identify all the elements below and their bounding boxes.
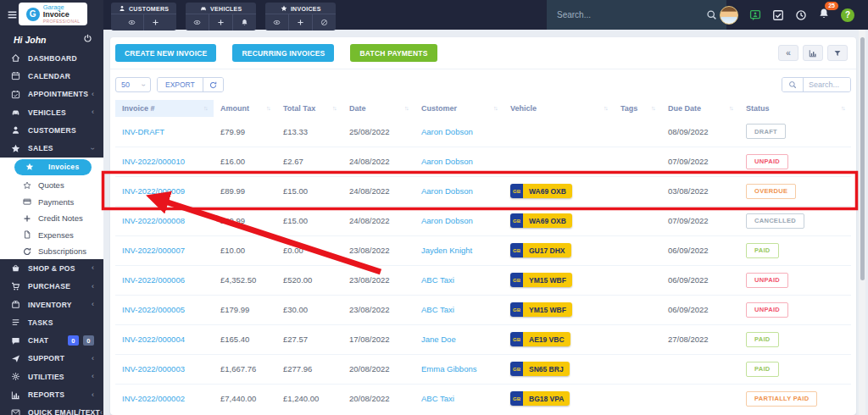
sidebar-item-calendar[interactable]: CALENDAR <box>0 67 103 85</box>
invoice-link[interactable]: INV-DRAFT <box>122 127 164 136</box>
customer-link[interactable]: Aaron Dobson <box>421 186 473 196</box>
customer-link[interactable]: Aaron Dobson <box>421 157 473 166</box>
chart-view-button[interactable] <box>803 45 823 61</box>
table-search-input[interactable] <box>804 78 850 91</box>
logout-power-icon[interactable] <box>83 34 92 43</box>
table-search-button[interactable] <box>782 78 804 91</box>
sidebar-item-appointments[interactable]: APPOINTMENTS‹ <box>0 86 103 103</box>
batch-payments-button[interactable]: BATCH PAYMENTS <box>350 44 437 62</box>
customer-link[interactable]: Aaron Dobson <box>421 127 473 136</box>
column-header-amount[interactable]: ↑↓Amount <box>214 100 276 117</box>
support-chat-icon[interactable] <box>749 9 761 21</box>
column-header-invoice[interactable]: ↑↓Invoice # <box>115 100 214 117</box>
refresh-button[interactable] <box>203 78 223 91</box>
customer-link[interactable]: Emma Gibbons <box>421 364 476 374</box>
sidebar-item-support[interactable]: SUPPORT‹ <box>0 350 103 368</box>
vehicle-plate[interactable]: GBWA69 OXB <box>510 213 572 228</box>
filter-icon <box>833 49 842 58</box>
chat-icon <box>11 336 20 346</box>
customer-link[interactable]: Aaron Dobson <box>421 216 473 225</box>
invoice-link[interactable]: INV-2022/000005 <box>122 305 185 314</box>
sidebar-item-utilities[interactable]: UTILITIES‹ <box>0 368 103 385</box>
sidebar-item-dashboard[interactable]: DASHBOARD <box>0 49 103 67</box>
export-button[interactable]: EXPORT <box>158 78 203 91</box>
sidebar-item-shop-pos[interactable]: SHOP & POS‹ <box>0 259 103 277</box>
sidebar-subitem-credit-notes[interactable]: Credit Notes <box>0 210 103 227</box>
customer-link[interactable]: ABC Taxi <box>421 275 454 285</box>
sidebar-item-inventory[interactable]: INVENTORY‹ <box>0 296 103 313</box>
scrollbar-thumb[interactable] <box>860 37 865 280</box>
due-date-cell: 06/09/2022 <box>661 295 739 324</box>
global-search-input[interactable] <box>547 10 706 19</box>
customer-link[interactable]: Jane Doe <box>421 335 456 344</box>
clock-icon[interactable] <box>795 9 807 21</box>
column-header-date[interactable]: ↑↓Date <box>342 100 415 117</box>
invoices-unpaid-button[interactable] <box>312 14 336 30</box>
customer-link[interactable]: ABC Taxi <box>421 394 454 403</box>
invoice-link[interactable]: INV-2022/000009 <box>122 186 185 196</box>
invoice-link[interactable]: INV-2022/000007 <box>122 246 185 255</box>
column-header-tags[interactable]: ↑↓Tags <box>614 100 661 117</box>
invoices-view-button[interactable] <box>265 14 288 30</box>
invoice-link[interactable]: INV-2022/000004 <box>122 335 185 344</box>
column-header-status[interactable]: ↑↓Status <box>739 100 851 117</box>
sidebar-item-chat[interactable]: CHAT00 <box>0 331 103 349</box>
invoice-link[interactable]: INV-2022/000010 <box>122 157 185 166</box>
column-header-customer[interactable]: ↑↓Customer <box>415 100 504 117</box>
sidebar-item-quick-email-text[interactable]: QUICK EMAIL/TEXT‹ <box>0 404 103 415</box>
vehicle-plate[interactable]: GBGU17 DHX <box>510 243 571 257</box>
customers-view-button[interactable] <box>120 14 143 30</box>
page-size-select[interactable]: 50 ‹ <box>115 77 151 92</box>
sidebar-item-sales[interactable]: SALES‹ <box>0 139 103 157</box>
vehicle-plate[interactable]: GBWA69 OXB <box>510 184 572 198</box>
vertical-scrollbar[interactable] <box>859 30 865 415</box>
user-avatar[interactable] <box>720 6 738 25</box>
sidebar-subitem-subscriptions[interactable]: Subscriptions <box>0 243 103 260</box>
invoice-link[interactable]: INV-2022/000002 <box>122 394 185 403</box>
create-new-invoice-button[interactable]: CREATE NEW INVOICE <box>115 44 216 62</box>
tax-cell: £277.96 <box>276 354 342 384</box>
table-search <box>782 77 851 92</box>
customer-link[interactable]: Jayden Knight <box>421 246 472 255</box>
app-logo[interactable]: G Garage Invoice PROFESSIONAL <box>19 3 87 25</box>
sidebar-subitem-invoices[interactable]: Invoices <box>0 158 103 177</box>
sidebar-subitem-expenses[interactable]: Expenses <box>0 226 103 243</box>
sidebar-item-vehicles[interactable]: VEHICLES‹ <box>0 103 103 121</box>
sidebar-item-purchase[interactable]: PURCHASE‹ <box>0 278 103 296</box>
sidebar-item-tasks[interactable]: TASKS <box>0 313 103 331</box>
check-square-icon[interactable] <box>772 9 784 21</box>
vehicle-plate[interactable]: GBYM15 WBF <box>510 302 572 317</box>
customers-add-button[interactable] <box>143 14 167 30</box>
sidebar-subitem-quotes[interactable]: Quotes <box>0 177 103 194</box>
status-badge: PAID <box>746 362 779 377</box>
sidebar-item-customers[interactable]: CUSTOMERS <box>0 121 103 139</box>
notifications-button[interactable]: 25 <box>818 8 830 23</box>
vehicles-add-button[interactable] <box>209 14 232 30</box>
customer-link[interactable]: ABC Taxi <box>421 305 454 314</box>
vehicles-reminders-button[interactable] <box>232 14 256 30</box>
vehicle-plate[interactable]: GBBG18 VPA <box>510 391 570 406</box>
column-header-due-date[interactable]: ↑↓Due Date <box>661 100 739 117</box>
invoice-link[interactable]: INV-2022/000003 <box>122 364 185 374</box>
sidebar-subitem-payments[interactable]: Payments <box>0 193 103 210</box>
file-icon <box>23 230 31 239</box>
table-row: INV-2022/000005 £179.99 £30.00 23/08/202… <box>115 295 851 324</box>
invoice-link[interactable]: INV-2022/000008 <box>122 216 185 225</box>
recurring-invoices-button[interactable]: RECURRING INVOICES <box>232 44 334 62</box>
vehicle-plate[interactable]: GBAE19 VBC <box>510 332 570 346</box>
vehicle-plate[interactable]: GBYM15 WBF <box>510 273 572 287</box>
column-header-vehicle[interactable]: ↑↓Vehicle <box>504 100 614 117</box>
sidebar-item-reports[interactable]: REPORTS‹ <box>0 385 103 403</box>
filter-button[interactable] <box>827 45 848 61</box>
chart-icon <box>11 390 20 400</box>
invoices-add-button[interactable] <box>288 14 312 30</box>
help-button[interactable]: ? <box>841 8 854 22</box>
hamburger-menu-icon[interactable] <box>7 9 18 20</box>
vehicles-view-button[interactable] <box>186 14 209 30</box>
invoice-link[interactable]: INV-2022/000006 <box>122 275 185 285</box>
collapse-button[interactable]: « <box>778 45 798 61</box>
chevron-left-icon: ‹ <box>92 355 94 362</box>
vehicle-plate[interactable]: GBSN65 BRJ <box>510 362 570 376</box>
amount-cell: £16.00 <box>214 147 276 176</box>
column-header-total-tax[interactable]: ↑↓Total Tax <box>276 100 342 117</box>
